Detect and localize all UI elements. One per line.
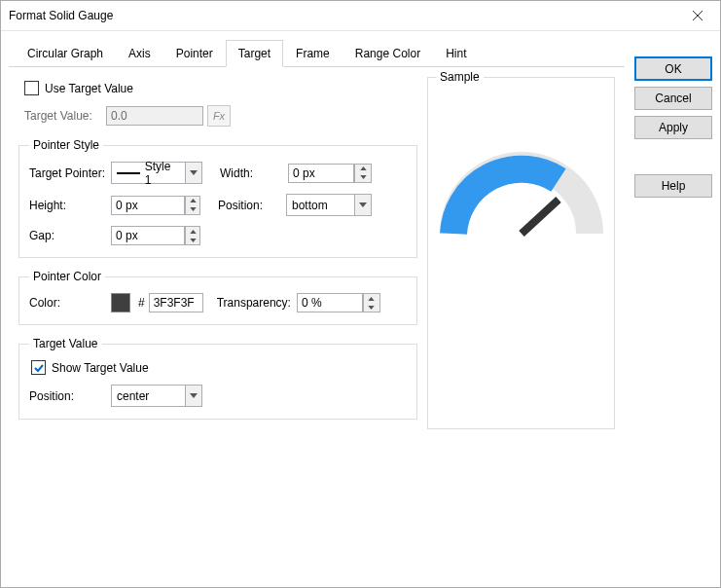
spin-down[interactable]: [186, 205, 199, 214]
transparency-label: Transparency:: [217, 296, 291, 310]
button-column: OK Cancel Apply Help: [634, 39, 712, 579]
height-label: Height:: [29, 199, 111, 212]
spin-up[interactable]: [355, 165, 371, 173]
use-target-row: Use Target Value: [24, 81, 417, 95]
fx-label: Fx: [213, 110, 225, 122]
pointer-color-group: Pointer Color Color: # Transparency:: [18, 270, 417, 325]
sample-box: Sample: [427, 77, 615, 429]
close-icon: [693, 11, 703, 20]
cancel-button[interactable]: Cancel: [634, 87, 712, 110]
transparency-spinner[interactable]: [297, 293, 380, 312]
hash-label: #: [138, 296, 145, 310]
use-target-label: Use Target Value: [45, 82, 133, 95]
help-button[interactable]: Help: [634, 174, 712, 198]
show-target-label: Show Target Value: [52, 361, 149, 375]
chevron-down-icon: [190, 393, 198, 398]
chevron-down-icon: [190, 170, 198, 175]
pointer-style-group: Pointer Style Target Pointer: Style 1 Wi…: [18, 138, 417, 258]
tab-axis[interactable]: Axis: [116, 40, 163, 67]
tab-frame[interactable]: Frame: [283, 40, 342, 67]
width-spinner[interactable]: [288, 164, 372, 183]
width-spin-buttons[interactable]: [354, 164, 372, 183]
show-target-checkbox[interactable]: [31, 360, 46, 375]
gap-label: Gap:: [29, 229, 111, 242]
height-field[interactable]: [111, 196, 185, 215]
target-value-label: Target Value:: [24, 109, 106, 123]
tab-strip: Circular Graph Axis Pointer Target Frame…: [9, 39, 625, 67]
check-icon: [34, 363, 44, 373]
pointer-color-legend: Pointer Color: [29, 270, 105, 283]
target-value-group: Target Value Show Target Value Position:…: [18, 337, 417, 420]
close-button[interactable]: [683, 1, 712, 30]
apply-button[interactable]: Apply: [634, 116, 712, 139]
fx-button[interactable]: Fx: [207, 105, 231, 127]
target-top-block: Use Target Value Target Value: Fx: [18, 77, 417, 127]
gap-field[interactable]: [111, 226, 185, 245]
svg-line-2: [522, 200, 559, 234]
position-value: bottom: [292, 199, 328, 212]
transparency-spin-buttons[interactable]: [363, 293, 380, 312]
left-pane: Circular Graph Axis Pointer Target Frame…: [9, 39, 625, 579]
position-label: Position:: [218, 199, 286, 212]
tv-position-label: Position:: [29, 389, 111, 403]
width-label: Width:: [220, 166, 288, 180]
spin-up[interactable]: [186, 197, 199, 205]
ok-label: OK: [665, 62, 681, 76]
gap-spinner[interactable]: [111, 226, 200, 245]
height-spin-buttons[interactable]: [185, 196, 200, 215]
gauge-preview: [434, 146, 609, 253]
sample-column: Sample: [427, 77, 615, 570]
gauge-icon: [434, 146, 609, 253]
chevron-down-icon: [190, 207, 197, 211]
target-pointer-combo[interactable]: Style 1: [111, 162, 202, 184]
target-value-legend: Target Value: [29, 337, 102, 350]
window-title: Format Solid Gauge: [9, 9, 113, 22]
apply-label: Apply: [659, 121, 688, 134]
dialog-body: Circular Graph Axis Pointer Target Frame…: [1, 31, 720, 587]
transparency-field[interactable]: [297, 293, 363, 312]
tab-pointer[interactable]: Pointer: [163, 40, 226, 67]
chevron-down-icon: [190, 239, 197, 242]
chevron-up-icon: [360, 166, 367, 170]
tab-hint[interactable]: Hint: [433, 40, 479, 67]
spin-up[interactable]: [364, 294, 379, 303]
style-line-icon: [117, 172, 140, 174]
chevron-down-icon: [360, 175, 367, 179]
cancel-label: Cancel: [655, 92, 691, 105]
color-label: Color:: [29, 296, 111, 310]
spin-up[interactable]: [186, 227, 199, 236]
chevron-up-icon: [190, 230, 197, 234]
chevron-down-icon: [368, 306, 375, 310]
target-value-row: Target Value: Fx: [24, 105, 417, 127]
sample-legend: Sample: [436, 70, 484, 84]
spacer: [634, 145, 712, 168]
target-value-field[interactable]: [106, 106, 203, 126]
tv-position-value: center: [117, 389, 149, 403]
chevron-down-icon: [359, 202, 367, 207]
height-spinner[interactable]: [111, 196, 200, 215]
chevron-up-icon: [368, 297, 375, 301]
ok-button[interactable]: OK: [634, 56, 712, 81]
help-label: Help: [662, 179, 686, 193]
tv-position-combo[interactable]: center: [111, 385, 202, 407]
spin-down[interactable]: [355, 173, 371, 182]
form-column: Use Target Value Target Value: Fx Pointe…: [18, 77, 417, 570]
spin-down[interactable]: [186, 236, 199, 244]
tab-range-color[interactable]: Range Color: [342, 40, 433, 67]
tab-target[interactable]: Target: [226, 40, 283, 67]
use-target-checkbox[interactable]: [24, 81, 39, 95]
dialog-window: Format Solid Gauge Circular Graph Axis P…: [0, 0, 721, 588]
chevron-up-icon: [190, 199, 197, 202]
color-swatch[interactable]: [111, 293, 130, 312]
tab-circular-graph[interactable]: Circular Graph: [15, 40, 116, 67]
target-pointer-value: Style 1: [145, 160, 180, 187]
pointer-style-legend: Pointer Style: [29, 138, 103, 152]
position-combo[interactable]: bottom: [286, 194, 372, 216]
hex-field[interactable]: [149, 293, 203, 312]
gap-spin-buttons[interactable]: [185, 226, 200, 245]
spin-down[interactable]: [364, 303, 379, 312]
target-pointer-label: Target Pointer:: [29, 166, 111, 180]
width-field[interactable]: [288, 164, 354, 183]
tab-content: Use Target Value Target Value: Fx Pointe…: [9, 67, 625, 579]
titlebar: Format Solid Gauge: [1, 1, 720, 31]
